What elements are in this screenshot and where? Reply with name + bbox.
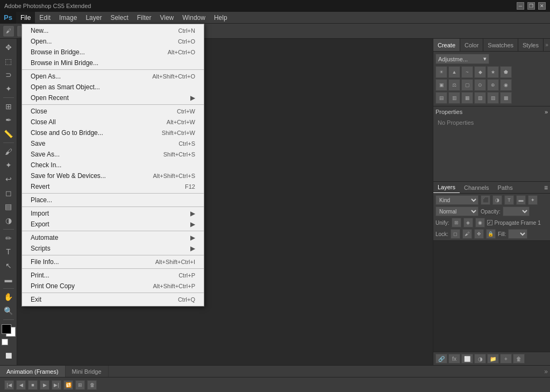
- layer-folder-button[interactable]: 📁: [487, 354, 499, 364]
- color-lookup-icon[interactable]: ⊕: [487, 79, 499, 91]
- menu-item-check-in[interactable]: Check In...: [22, 160, 204, 170]
- menu-edit[interactable]: Edit: [35, 12, 55, 23]
- screen-mode[interactable]: ⬜: [2, 349, 16, 363]
- layers-panel-menu-icon[interactable]: ≡: [544, 184, 548, 191]
- levels-icon[interactable]: ▲: [448, 66, 460, 78]
- tab-channels[interactable]: Channels: [460, 182, 493, 193]
- tab-layers[interactable]: Layers: [433, 182, 460, 193]
- menu-item-import[interactable]: Import ▶: [22, 208, 204, 219]
- menu-item-file-info[interactable]: File Info... Alt+Shift+Ctrl+I: [22, 256, 204, 267]
- anim-next-frame-button[interactable]: ▶|: [52, 380, 61, 390]
- menu-item-save-web[interactable]: Save for Web & Devices... Alt+Shift+Ctrl…: [22, 170, 204, 181]
- anim-play-button[interactable]: ▶: [40, 380, 49, 390]
- bw-icon[interactable]: ⚖: [448, 79, 460, 91]
- zoom-tool[interactable]: 🔍: [2, 304, 16, 317]
- posterize-icon[interactable]: ▤: [435, 92, 447, 104]
- menu-window[interactable]: Window: [178, 12, 210, 23]
- lock-pixels-icon[interactable]: 🖌: [462, 229, 472, 239]
- eraser-tool[interactable]: ◻: [2, 187, 16, 199]
- menu-item-revert[interactable]: Revert F12: [22, 181, 204, 192]
- color-swatches[interactable]: [2, 324, 16, 337]
- selective-color-icon[interactable]: ▧: [474, 92, 486, 104]
- menu-item-print-one[interactable]: Print One Copy Alt+Shift+Ctrl+P: [22, 281, 204, 291]
- layers-blend-mode-select[interactable]: Normal: [435, 206, 478, 216]
- gradient-map-icon[interactable]: ▦: [461, 92, 473, 104]
- anim-loop-button[interactable]: 🔁: [63, 380, 73, 390]
- lock-position-icon[interactable]: ✥: [474, 229, 484, 239]
- menu-select[interactable]: Select: [106, 12, 132, 23]
- text-tool[interactable]: T: [2, 246, 16, 259]
- photo-filter-icon[interactable]: ▢: [461, 79, 473, 91]
- unify-style-icon[interactable]: ◈: [463, 218, 473, 227]
- layers-opacity-select[interactable]: [503, 206, 530, 216]
- menu-item-automate[interactable]: Automate ▶: [22, 232, 204, 243]
- unify-visibility-icon[interactable]: ◉: [475, 218, 485, 227]
- menu-item-save-as[interactable]: Save As... Shift+Ctrl+S: [22, 149, 204, 160]
- menu-view[interactable]: View: [155, 12, 178, 23]
- anim-prev-frame-button[interactable]: ◀: [16, 380, 26, 390]
- channel-mix-icon[interactable]: ⊙: [474, 79, 486, 91]
- tab-animation-frames[interactable]: Animation (Frames): [0, 366, 66, 377]
- bottom-panel-collapse-icon[interactable]: »: [544, 368, 548, 375]
- layer-mask-button[interactable]: ⬜: [461, 354, 473, 364]
- layer-new-button[interactable]: +: [500, 354, 512, 364]
- menu-filter[interactable]: Filter: [133, 12, 156, 23]
- layer-fx-button[interactable]: fx: [448, 354, 460, 364]
- menu-item-close-all[interactable]: Close All Alt+Ctrl+W: [22, 117, 204, 127]
- hue-sat-icon[interactable]: ⬟: [500, 66, 512, 78]
- quick-mask-mode[interactable]: [2, 339, 8, 345]
- layers-kind-select[interactable]: Kind: [435, 195, 478, 205]
- panel-collapse-button[interactable]: »: [544, 39, 550, 51]
- menu-help[interactable]: Help: [210, 12, 232, 23]
- shape-tool[interactable]: ▬: [2, 273, 16, 286]
- menu-item-open-recent[interactable]: Open Recent ▶: [22, 92, 204, 103]
- tab-swatches[interactable]: Swatches: [483, 39, 518, 51]
- menu-item-place[interactable]: Place...: [22, 195, 204, 205]
- layers-filter-shape-icon[interactable]: ▬: [516, 195, 526, 205]
- layers-filter-type-icon[interactable]: T: [504, 195, 514, 205]
- menu-item-save[interactable]: Save Ctrl+S: [22, 138, 204, 149]
- tab-create[interactable]: Create: [433, 39, 460, 51]
- tab-styles[interactable]: Styles: [518, 39, 544, 51]
- menu-layer[interactable]: Layer: [81, 12, 106, 23]
- menu-item-mini-bridge[interactable]: Browse in Mini Bridge...: [22, 58, 204, 68]
- anim-stop-button[interactable]: ■: [28, 380, 38, 390]
- move-tool[interactable]: ✥: [2, 41, 16, 54]
- anim-first-frame-button[interactable]: |◀: [4, 380, 14, 390]
- exposure-icon[interactable]: ◆: [474, 66, 486, 78]
- unify-position-icon[interactable]: ⊞: [452, 218, 461, 227]
- lasso-tool[interactable]: ⊃: [2, 68, 16, 81]
- pen-tool[interactable]: ✏: [2, 232, 16, 245]
- lock-transparent-icon[interactable]: ◻: [451, 229, 460, 239]
- invert-icon[interactable]: ◉: [500, 79, 512, 91]
- layer-link-button[interactable]: 🔗: [435, 354, 447, 364]
- eyedropper-tool[interactable]: ✒: [2, 113, 16, 126]
- layers-fill-select[interactable]: [508, 229, 527, 239]
- vibrance-icon[interactable]: ★: [487, 66, 499, 78]
- foreground-color[interactable]: [2, 324, 11, 334]
- properties-collapse-icon[interactable]: »: [545, 109, 548, 115]
- layer-adjustment-button[interactable]: ◑: [474, 354, 486, 364]
- clone-tool[interactable]: ✦: [2, 159, 16, 172]
- hand-tool[interactable]: ✋: [2, 291, 16, 304]
- menu-item-close-bridge[interactable]: Close and Go to Bridge... Shift+Ctrl+W: [22, 127, 204, 138]
- close-button[interactable]: ✕: [538, 2, 546, 10]
- brightness-icon[interactable]: ☀: [435, 66, 447, 78]
- menu-item-print[interactable]: Print... Ctrl+P: [22, 270, 204, 281]
- menu-item-exit[interactable]: Exit Ctrl+Q: [22, 294, 204, 305]
- menu-item-browse-bridge[interactable]: Browse in Bridge... Alt+Ctrl+O: [22, 47, 204, 58]
- layer-delete-button[interactable]: 🗑: [513, 354, 525, 364]
- marquee-tool[interactable]: ⬚: [2, 55, 16, 68]
- menu-item-open-as[interactable]: Open As... Alt+Shift+Ctrl+O: [22, 71, 204, 82]
- brush-tool[interactable]: 🖌: [2, 145, 16, 158]
- menu-item-open-smart[interactable]: Open as Smart Object...: [22, 82, 204, 92]
- curves-icon[interactable]: ~: [461, 66, 473, 78]
- tab-mini-bridge[interactable]: Mini Bridge: [66, 366, 109, 377]
- color-balance-icon[interactable]: ▣: [435, 79, 447, 91]
- restore-button[interactable]: ❐: [527, 2, 535, 10]
- menu-item-close[interactable]: Close Ctrl+W: [22, 106, 204, 117]
- history-tool[interactable]: ↩: [2, 173, 16, 186]
- tab-paths[interactable]: Paths: [494, 182, 517, 193]
- layers-filter-smart-icon[interactable]: ✦: [528, 195, 538, 205]
- menu-item-export[interactable]: Export ▶: [22, 219, 204, 230]
